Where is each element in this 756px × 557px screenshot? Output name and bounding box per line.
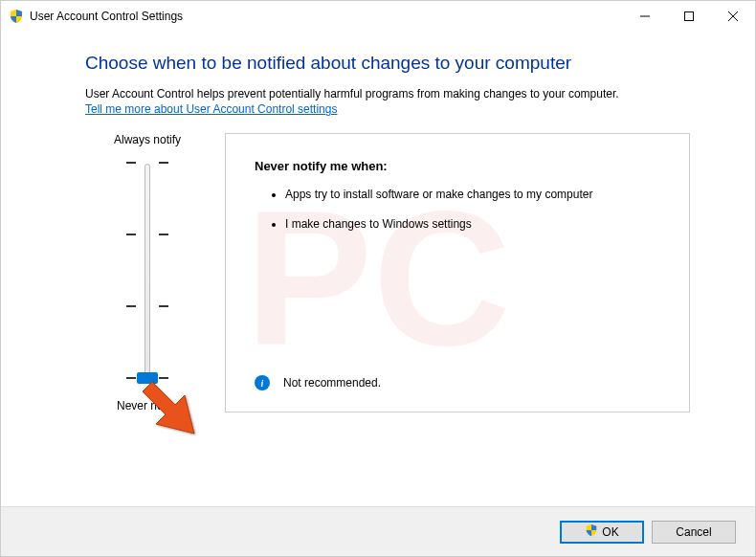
slider-tick xyxy=(126,162,136,164)
recommendation-text: Not recommended. xyxy=(283,376,381,390)
slider-track xyxy=(145,164,150,382)
shield-icon xyxy=(585,524,598,540)
uac-window: User Account Control Settings PC Choose … xyxy=(0,0,756,557)
slider-tick xyxy=(159,377,168,379)
footer-bar: OK Cancel xyxy=(1,506,755,556)
slider-bottom-label: Never notify xyxy=(85,399,210,412)
panel-title: Never notify me when: xyxy=(255,159,660,173)
slider-thumb[interactable] xyxy=(137,372,158,384)
slider-tick xyxy=(159,162,168,164)
slider-tick xyxy=(126,234,136,235)
page-heading: Choose when to be notified about changes… xyxy=(85,53,690,74)
slider-zone: Always notify Never notify xyxy=(85,133,210,412)
window-title: User Account Control Settings xyxy=(30,10,623,23)
svg-rect-1 xyxy=(685,12,694,21)
slider-top-label: Always notify xyxy=(85,133,210,146)
slider-tick xyxy=(159,305,168,307)
page-description: User Account Control helps prevent poten… xyxy=(85,87,690,100)
minimize-button[interactable] xyxy=(623,1,667,32)
titlebar: User Account Control Settings xyxy=(1,1,755,32)
maximize-button[interactable] xyxy=(667,1,711,32)
panel-bullet-list: Apps try to install software or make cha… xyxy=(255,187,660,233)
learn-more-link[interactable]: Tell me more about User Account Control … xyxy=(85,102,337,116)
close-button[interactable] xyxy=(711,1,755,32)
content-area: Choose when to be notified about changes… xyxy=(1,32,755,412)
recommendation-row: i Not recommended. xyxy=(255,375,381,390)
panel-bullet: I make changes to Windows settings xyxy=(285,216,660,233)
cancel-button[interactable]: Cancel xyxy=(652,521,736,544)
slider-tick xyxy=(159,234,168,235)
shield-icon xyxy=(9,9,24,24)
ok-button-label: OK xyxy=(602,525,618,539)
info-icon: i xyxy=(255,375,270,390)
window-controls xyxy=(623,1,755,32)
notification-slider[interactable] xyxy=(109,158,186,388)
ok-button[interactable]: OK xyxy=(560,521,644,544)
panel-bullet: Apps try to install software or make cha… xyxy=(285,187,660,203)
slider-tick xyxy=(126,305,136,307)
slider-tick xyxy=(126,377,136,379)
cancel-button-label: Cancel xyxy=(676,525,711,539)
level-description-panel: Never notify me when: Apps try to instal… xyxy=(225,133,690,412)
